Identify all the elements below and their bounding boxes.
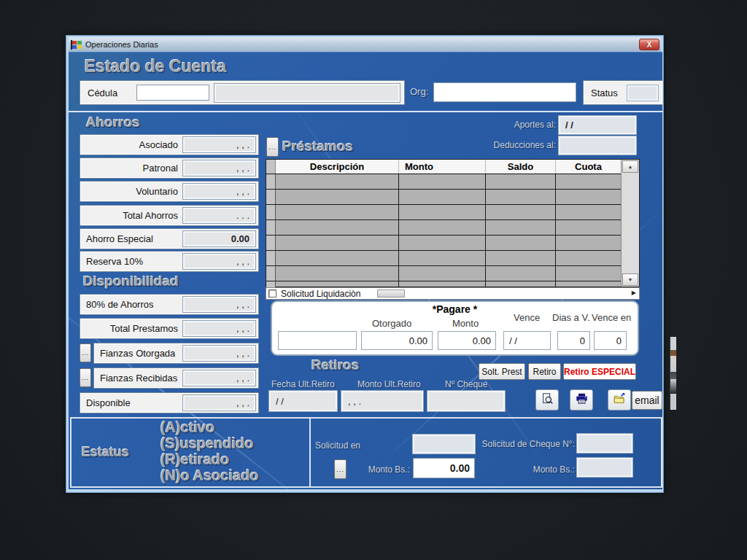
fianzas-recibidas-input[interactable]	[183, 370, 255, 386]
fecha-ult-retiro-label: Fecha Ult.Retiro	[271, 379, 335, 389]
monto-ult-retiro-input[interactable]	[341, 391, 423, 411]
table-row[interactable]	[266, 174, 622, 190]
row-selector-header	[266, 160, 276, 174]
print-preview-button[interactable]	[535, 389, 559, 411]
total-prestamos-input[interactable]	[183, 321, 255, 336]
deducciones-input[interactable]	[559, 136, 636, 155]
ochenta-ahorros-input[interactable]	[183, 297, 255, 312]
voluntario-input[interactable]	[183, 184, 255, 199]
patronal-input[interactable]	[183, 160, 255, 176]
retiro-especial-button[interactable]: Retiro ESPECIAL	[563, 363, 636, 380]
fianzas-recibidas-label: Fianzas Recibidas	[100, 368, 178, 388]
scroll-down-icon[interactable]: ▼	[622, 273, 638, 286]
scroll-right-icon[interactable]: ▶	[632, 289, 636, 296]
ahorros-row: Ahorro Especial	[80, 228, 259, 249]
otorgado-input[interactable]	[361, 331, 433, 350]
estatus-section: Estatus (A)ctivo (S)uspendido (R)etirado…	[70, 417, 662, 488]
monto-bs2-input[interactable]	[577, 458, 632, 477]
disponibilidad-row: Fianzas Otorgada	[93, 343, 259, 364]
table-row[interactable]	[266, 281, 622, 287]
app-window: Operaciones Diarias X Estado de Cuenta C…	[66, 35, 664, 493]
solicitud-cheque-n-input[interactable]	[577, 434, 632, 453]
disponible-label: Disponible	[86, 393, 178, 413]
org-input[interactable]	[433, 82, 576, 102]
print-button[interactable]	[570, 389, 593, 411]
prestamos-title: Préstamos	[282, 139, 353, 155]
vence-input[interactable]	[503, 331, 551, 350]
retiros-title: Retiros	[311, 357, 359, 373]
prestamos-more-button[interactable]: ...	[266, 137, 279, 157]
fianzas-recibidas-more-button[interactable]: ...	[80, 368, 91, 387]
ahorros-title: Ahorros	[86, 114, 140, 131]
cedula-name-field[interactable]	[214, 84, 400, 102]
close-icon: X	[647, 41, 652, 49]
print-preview-icon	[541, 392, 554, 408]
org-label: Org:	[410, 86, 428, 97]
table-row[interactable]	[266, 251, 622, 266]
estatus-divider	[309, 419, 311, 486]
monto-bs-input[interactable]	[413, 458, 475, 478]
header-divider	[69, 111, 662, 112]
table-row[interactable]	[266, 205, 622, 220]
total-ahorros-label: Total Ahorros	[85, 206, 178, 225]
fecha-ult-retiro-input[interactable]	[269, 391, 337, 411]
status-label: Status	[591, 88, 618, 98]
table-row[interactable]	[266, 266, 622, 281]
solt-prest-button[interactable]: Solt. Prest	[479, 363, 525, 380]
disponibilidad-row: Disponible	[80, 392, 259, 413]
dias-input[interactable]	[557, 331, 590, 350]
reserva-label: Reserva 10%	[86, 252, 178, 271]
voluntario-label: Voluntario	[85, 182, 178, 201]
cedula-label: Cédula	[88, 88, 117, 98]
disponible-input[interactable]	[183, 395, 255, 411]
ahorro-especial-input[interactable]	[183, 231, 255, 246]
fianzas-otorgada-input[interactable]	[183, 346, 255, 361]
disponibilidad-row: Fianzas Recibidas	[93, 368, 259, 389]
deducciones-label: Deducciones al:	[448, 140, 556, 150]
solicitud-liquidacion-checkbox[interactable]	[268, 289, 276, 298]
estatus-title: Estatus	[82, 445, 129, 460]
total-ahorros-input[interactable]	[183, 208, 255, 223]
email-button[interactable]: email	[632, 391, 662, 410]
monto-input[interactable]	[438, 331, 496, 350]
ahorros-row: Voluntario	[80, 181, 259, 202]
printer-icon	[575, 392, 589, 408]
solicitud-liquidacion-button[interactable]	[377, 289, 405, 298]
titlebar[interactable]: Operaciones Diarias X	[69, 37, 661, 52]
ahorros-row: Total Ahorros	[80, 205, 259, 226]
background-window-sliver	[670, 337, 676, 410]
vertical-scrollbar[interactable]: ▲ ▼	[621, 160, 639, 287]
fianzas-otorgada-label: Fianzas Otorgada	[100, 343, 178, 363]
table-row[interactable]	[266, 220, 622, 236]
prestamos-table-body	[266, 174, 622, 287]
solicitud-liquidacion-label: Solicitud Liquidaciòn	[281, 289, 360, 299]
solicitud-more-button[interactable]: ...	[334, 459, 347, 479]
table-row[interactable]	[266, 236, 622, 251]
ochenta-ahorros-label: 80% de Ahorros	[86, 295, 178, 314]
asociado-input[interactable]	[183, 137, 255, 152]
reserva-input[interactable]	[183, 254, 255, 269]
cedula-input[interactable]	[136, 85, 209, 101]
app-windows-logo-icon	[71, 40, 82, 50]
col-cuota: Cuota	[556, 160, 622, 174]
scroll-up-icon[interactable]: ▲	[622, 160, 638, 173]
aportes-input[interactable]	[559, 116, 636, 134]
solicitud-liquidacion-strip: Solicitud Liquidaciòn ▶	[266, 287, 640, 300]
ahorros-row: Asociado	[80, 134, 259, 155]
close-button[interactable]: X	[639, 39, 659, 50]
monto-bs-label: Monto Bs.:	[362, 464, 410, 475]
export-button[interactable]	[608, 389, 631, 411]
status-input[interactable]	[627, 85, 658, 101]
disponibilidad-title: Disponibilidad	[83, 273, 179, 289]
vence-en-input[interactable]	[594, 331, 627, 350]
pagare-ref-input[interactable]	[278, 331, 357, 350]
monto-bs2-label: Monto Bs.:	[480, 464, 575, 475]
table-row[interactable]	[266, 190, 622, 205]
n-cheque-input[interactable]	[427, 391, 505, 411]
status-panel: Status	[583, 80, 662, 105]
retiro-button[interactable]: Retiro	[528, 363, 561, 380]
monto-label: Monto	[452, 318, 479, 329]
window-title: Operaciones Diarias	[85, 40, 158, 49]
fianzas-otorgada-more-button[interactable]: ...	[80, 343, 91, 362]
col-saldo: Saldo	[486, 160, 556, 174]
